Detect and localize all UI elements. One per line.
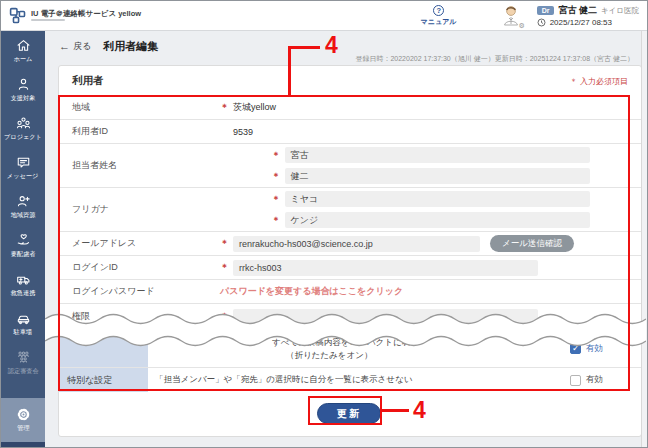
form-row-user-id: 利用者ID 9539 xyxy=(59,120,641,144)
message-icon xyxy=(16,155,31,170)
sidebar-item-region-resource[interactable]: 地域資源 xyxy=(1,187,45,226)
home-icon xyxy=(16,38,31,53)
compact-display-text: すべての投稿内容をコンパクトに表示 xyxy=(272,336,419,349)
checkbox-label: 有効 xyxy=(586,343,603,355)
compact-display-subtext: （折りたたみをオン） xyxy=(272,349,419,362)
sidebar-footer-strip xyxy=(1,442,45,448)
help-icon: ? xyxy=(433,5,444,16)
form-row-email: メールアドレス ＊ renrakucho-hs003@science.co.jp… xyxy=(59,232,641,256)
first-name-input[interactable]: 健二 xyxy=(285,168,590,184)
region-value: 茨城yellow xyxy=(233,101,276,114)
person-plus-icon xyxy=(16,194,31,209)
record-meta: 登録日時：20220202 17:37:30（旭川 健一）更新日時：202512… xyxy=(355,54,634,64)
required-mark: ＊ xyxy=(220,101,233,114)
sidebar-item-message[interactable]: メッセージ xyxy=(1,148,45,187)
special-setting-checkbox[interactable] xyxy=(570,375,581,386)
sidebar-item-admin[interactable]: 管理 xyxy=(1,398,45,442)
email-input[interactable]: renrakucho-hs003@science.co.jp xyxy=(233,236,480,252)
user-name: 宮古 健二 xyxy=(558,4,597,17)
form-row-kana: フリガナ ＊ ミヤコ ＊ ケンジ xyxy=(59,188,641,232)
form-row-region: 地域 ＊ 茨城yellow xyxy=(59,96,641,120)
compact-display-checkbox[interactable] xyxy=(570,343,581,354)
back-button[interactable]: ← 戻る xyxy=(59,40,91,53)
avatar[interactable]: ⚙ xyxy=(499,4,523,28)
sidebar: ホーム 支援対象 プロジェクト メッセージ 地域資源 要配慮者 救急連携 駐車 xyxy=(1,31,45,448)
special-setting-text: 「担当メンバー」や「宛先」の選択時に自分を一覧に表示させない xyxy=(155,374,412,386)
sidebar-item-emergency[interactable]: 救急連携 xyxy=(1,265,45,304)
logo-title: IU 電子＠連絡帳サービス yellow xyxy=(31,10,141,18)
change-password-link[interactable]: パスワードを変更する場合はここをクリック xyxy=(220,285,403,298)
form-row-staff-name: 担当者姓名 ＊ 宮古 ＊ 健二 xyxy=(59,144,641,188)
form-row-special-setting: 特別な設定 「担当メンバー」や「宛先」の選択時に自分を一覧に表示させない 有効 xyxy=(59,368,641,392)
last-name-input[interactable]: 宮古 xyxy=(285,147,590,163)
required-mark: ＊ xyxy=(272,170,285,183)
person-icon xyxy=(16,77,31,92)
project-group-icon xyxy=(16,116,31,131)
scrollbar-track[interactable] xyxy=(641,31,647,447)
gear-icon xyxy=(16,407,31,422)
permission-input[interactable] xyxy=(233,309,538,325)
back-arrow-icon: ← xyxy=(59,41,70,52)
required-mark: ＊ xyxy=(272,193,285,206)
app-window: IU 電子＠連絡帳サービス yellow ? マニュアル ⚙ Dr xyxy=(0,0,648,448)
annotation-number-top: 4 xyxy=(325,34,338,57)
logo-subtitle-bar xyxy=(31,19,65,21)
kana-first-input[interactable]: ケンジ xyxy=(285,212,590,228)
form-row-login-id: ログインID ＊ rrkc-hs003 xyxy=(59,256,641,280)
annotation-callout-line-horizontal xyxy=(288,46,320,49)
user-id-value: 9539 xyxy=(233,127,253,137)
login-id-input[interactable]: rrkc-hs003 xyxy=(233,260,538,276)
manual-link[interactable]: ? マニュアル xyxy=(421,5,457,27)
form-row-password: ログインパスワード パスワードを変更する場合はここをクリック xyxy=(59,280,641,304)
mail-confirm-button[interactable]: メール送信確認 xyxy=(490,235,574,252)
app-header: IU 電子＠連絡帳サービス yellow ? マニュアル ⚙ Dr xyxy=(1,1,647,31)
committee-icon xyxy=(16,350,31,365)
car-icon xyxy=(16,311,31,326)
page-title: 利用者編集 xyxy=(103,39,158,54)
main-content: ← 戻る 利用者編集 登録日時：20220202 17:37:30（旭川 健一）… xyxy=(45,31,646,447)
required-mark: ＊ xyxy=(220,261,233,274)
form-row-permission: 権限 ＊ xyxy=(59,304,641,330)
checkbox-label: 有効 xyxy=(586,374,603,386)
current-datetime: 2025/12/27 08:53 xyxy=(550,18,612,27)
user-info: Dr 宮古 健二 キイロ医院 2025/12/27 08:53 xyxy=(537,4,639,27)
role-badge: Dr xyxy=(537,6,555,15)
required-mark: ＊ xyxy=(220,310,233,323)
sidebar-item-home[interactable]: ホーム xyxy=(1,31,45,70)
sidebar-item-certification-committee[interactable]: 認定審査会 xyxy=(1,343,45,382)
hand-heart-icon xyxy=(16,233,31,248)
logo-icon xyxy=(9,7,26,24)
sidebar-item-parking[interactable]: 駐車場 xyxy=(1,304,45,343)
required-mark: ＊ xyxy=(272,214,285,227)
required-note: ＊ 入力必須項目 xyxy=(570,76,628,87)
org-name: キイロ医院 xyxy=(601,6,639,16)
required-mark: ＊ xyxy=(220,237,233,250)
clock-icon xyxy=(537,18,546,27)
update-button[interactable]: 更新 xyxy=(317,403,381,424)
app-logo: IU 電子＠連絡帳サービス yellow xyxy=(9,7,141,24)
ambulance-icon xyxy=(16,272,31,287)
section-title: 利用者 xyxy=(72,74,104,88)
required-mark: ＊ xyxy=(272,149,285,162)
sidebar-item-project[interactable]: プロジェクト xyxy=(1,109,45,148)
sidebar-item-support-target[interactable]: 支援対象 xyxy=(1,70,45,109)
manual-label: マニュアル xyxy=(421,17,457,27)
kana-last-input[interactable]: ミヤコ xyxy=(285,191,590,207)
user-edit-panel: 利用者 ＊ 入力必須項目 地域 ＊ 茨城yellow 利用者ID 9539 担当… xyxy=(58,65,642,437)
avatar-settings-icon: ⚙ xyxy=(518,22,524,29)
form-row-compact-display: すべての投稿内容をコンパクトに表示 （折りたたみをオン） 有効 xyxy=(59,330,641,368)
sidebar-item-care-required[interactable]: 要配慮者 xyxy=(1,226,45,265)
